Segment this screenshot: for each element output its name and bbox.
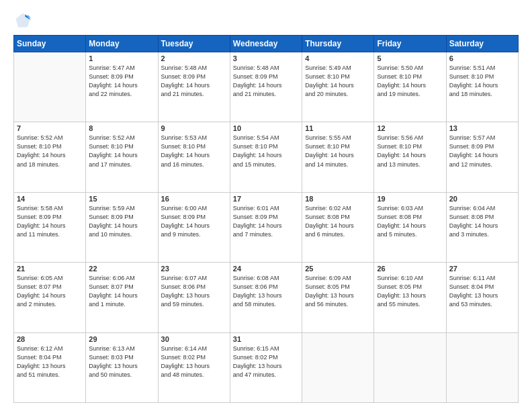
day-cell: 28Sunrise: 6:12 AM Sunset: 8:04 PM Dayli… xyxy=(14,332,86,402)
day-header-monday: Monday xyxy=(86,36,158,52)
day-number: 16 xyxy=(161,195,227,203)
day-number: 28 xyxy=(17,335,83,343)
day-cell: 23Sunrise: 6:07 AM Sunset: 8:06 PM Dayli… xyxy=(158,263,230,332)
day-info: Sunrise: 5:56 AM Sunset: 8:10 PM Dayligh… xyxy=(377,134,443,169)
day-number: 1 xyxy=(89,54,154,62)
day-info: Sunrise: 5:54 AM Sunset: 8:10 PM Dayligh… xyxy=(233,134,299,169)
day-info: Sunrise: 6:00 AM Sunset: 8:09 PM Dayligh… xyxy=(161,204,227,239)
day-header-friday: Friday xyxy=(374,36,446,52)
day-info: Sunrise: 5:52 AM Sunset: 8:10 PM Dayligh… xyxy=(17,134,83,169)
day-info: Sunrise: 6:13 AM Sunset: 8:03 PM Dayligh… xyxy=(89,345,154,379)
day-info: Sunrise: 5:50 AM Sunset: 8:10 PM Dayligh… xyxy=(377,64,443,99)
day-number: 9 xyxy=(161,124,227,132)
day-number: 20 xyxy=(449,195,515,203)
day-info: Sunrise: 6:05 AM Sunset: 8:07 PM Dayligh… xyxy=(17,274,83,309)
day-cell: 20Sunrise: 6:04 AM Sunset: 8:08 PM Dayli… xyxy=(446,192,518,262)
day-info: Sunrise: 6:15 AM Sunset: 8:02 PM Dayligh… xyxy=(233,345,299,379)
day-info: Sunrise: 5:55 AM Sunset: 8:10 PM Dayligh… xyxy=(305,134,371,169)
day-header-wednesday: Wednesday xyxy=(230,36,302,52)
day-cell: 13Sunrise: 5:57 AM Sunset: 8:09 PM Dayli… xyxy=(446,122,518,192)
day-number: 12 xyxy=(377,124,443,132)
day-info: Sunrise: 6:03 AM Sunset: 8:08 PM Dayligh… xyxy=(377,204,443,239)
week-row-0: 1Sunrise: 5:47 AM Sunset: 8:09 PM Daylig… xyxy=(14,52,519,122)
day-info: Sunrise: 5:48 AM Sunset: 8:09 PM Dayligh… xyxy=(161,64,227,99)
day-info: Sunrise: 6:08 AM Sunset: 8:06 PM Dayligh… xyxy=(233,274,299,309)
week-row-2: 14Sunrise: 5:58 AM Sunset: 8:09 PM Dayli… xyxy=(14,192,519,262)
day-cell: 18Sunrise: 6:02 AM Sunset: 8:08 PM Dayli… xyxy=(302,192,374,262)
page: SundayMondayTuesdayWednesdayThursdayFrid… xyxy=(0,0,532,411)
day-cell: 16Sunrise: 6:00 AM Sunset: 8:09 PM Dayli… xyxy=(158,192,230,262)
day-info: Sunrise: 6:09 AM Sunset: 8:05 PM Dayligh… xyxy=(305,274,371,309)
day-number: 30 xyxy=(161,335,227,343)
header xyxy=(13,11,519,30)
day-info: Sunrise: 5:57 AM Sunset: 8:09 PM Dayligh… xyxy=(449,134,515,169)
day-number: 18 xyxy=(305,195,371,203)
day-info: Sunrise: 6:10 AM Sunset: 8:05 PM Dayligh… xyxy=(377,274,443,309)
day-number: 11 xyxy=(305,124,371,132)
day-number: 13 xyxy=(449,124,515,132)
day-number: 7 xyxy=(17,124,83,132)
day-number: 19 xyxy=(377,195,443,203)
day-cell: 19Sunrise: 6:03 AM Sunset: 8:08 PM Dayli… xyxy=(374,192,446,262)
day-info: Sunrise: 6:06 AM Sunset: 8:07 PM Dayligh… xyxy=(89,274,154,309)
day-info: Sunrise: 5:53 AM Sunset: 8:10 PM Dayligh… xyxy=(161,134,227,169)
day-cell: 6Sunrise: 5:51 AM Sunset: 8:10 PM Daylig… xyxy=(446,52,518,122)
day-cell xyxy=(14,52,86,122)
day-number: 5 xyxy=(377,54,443,62)
day-cell: 26Sunrise: 6:10 AM Sunset: 8:05 PM Dayli… xyxy=(374,263,446,332)
day-number: 27 xyxy=(449,265,515,273)
day-info: Sunrise: 5:47 AM Sunset: 8:09 PM Dayligh… xyxy=(89,64,154,99)
week-row-3: 21Sunrise: 6:05 AM Sunset: 8:07 PM Dayli… xyxy=(14,263,519,332)
calendar: SundayMondayTuesdayWednesdayThursdayFrid… xyxy=(13,35,519,403)
day-cell: 3Sunrise: 5:48 AM Sunset: 8:09 PM Daylig… xyxy=(230,52,302,122)
day-number: 21 xyxy=(17,265,83,273)
day-info: Sunrise: 6:02 AM Sunset: 8:08 PM Dayligh… xyxy=(305,204,371,239)
day-info: Sunrise: 6:07 AM Sunset: 8:06 PM Dayligh… xyxy=(161,274,227,309)
day-number: 6 xyxy=(449,54,515,62)
day-info: Sunrise: 6:01 AM Sunset: 8:09 PM Dayligh… xyxy=(233,204,299,239)
day-cell xyxy=(446,332,518,402)
logo-icon xyxy=(13,11,32,30)
day-number: 4 xyxy=(305,54,371,62)
day-cell: 10Sunrise: 5:54 AM Sunset: 8:10 PM Dayli… xyxy=(230,122,302,192)
day-number: 15 xyxy=(89,195,154,203)
day-number: 2 xyxy=(161,54,227,62)
day-cell: 9Sunrise: 5:53 AM Sunset: 8:10 PM Daylig… xyxy=(158,122,230,192)
day-info: Sunrise: 6:12 AM Sunset: 8:04 PM Dayligh… xyxy=(17,345,83,379)
day-number: 8 xyxy=(89,124,154,132)
day-cell: 25Sunrise: 6:09 AM Sunset: 8:05 PM Dayli… xyxy=(302,263,374,332)
day-number: 14 xyxy=(17,195,83,203)
day-cell: 7Sunrise: 5:52 AM Sunset: 8:10 PM Daylig… xyxy=(14,122,86,192)
day-cell: 4Sunrise: 5:49 AM Sunset: 8:10 PM Daylig… xyxy=(302,52,374,122)
week-row-4: 28Sunrise: 6:12 AM Sunset: 8:04 PM Dayli… xyxy=(14,332,519,402)
day-info: Sunrise: 6:04 AM Sunset: 8:08 PM Dayligh… xyxy=(449,204,515,239)
day-header-saturday: Saturday xyxy=(446,36,518,52)
day-info: Sunrise: 5:51 AM Sunset: 8:10 PM Dayligh… xyxy=(449,64,515,99)
day-number: 29 xyxy=(89,335,154,343)
day-info: Sunrise: 6:11 AM Sunset: 8:04 PM Dayligh… xyxy=(449,274,515,309)
day-info: Sunrise: 5:49 AM Sunset: 8:10 PM Dayligh… xyxy=(305,64,371,99)
day-info: Sunrise: 5:58 AM Sunset: 8:09 PM Dayligh… xyxy=(17,204,83,239)
day-cell: 15Sunrise: 5:59 AM Sunset: 8:09 PM Dayli… xyxy=(86,192,158,262)
header-row: SundayMondayTuesdayWednesdayThursdayFrid… xyxy=(14,36,519,52)
day-number: 31 xyxy=(233,335,299,343)
day-cell: 27Sunrise: 6:11 AM Sunset: 8:04 PM Dayli… xyxy=(446,263,518,332)
week-row-1: 7Sunrise: 5:52 AM Sunset: 8:10 PM Daylig… xyxy=(14,122,519,192)
day-number: 24 xyxy=(233,265,299,273)
day-number: 22 xyxy=(89,265,154,273)
svg-marker-0 xyxy=(16,13,30,28)
day-cell: 29Sunrise: 6:13 AM Sunset: 8:03 PM Dayli… xyxy=(86,332,158,402)
day-info: Sunrise: 5:52 AM Sunset: 8:10 PM Dayligh… xyxy=(89,134,154,169)
day-cell: 31Sunrise: 6:15 AM Sunset: 8:02 PM Dayli… xyxy=(230,332,302,402)
day-cell: 8Sunrise: 5:52 AM Sunset: 8:10 PM Daylig… xyxy=(86,122,158,192)
day-cell: 24Sunrise: 6:08 AM Sunset: 8:06 PM Dayli… xyxy=(230,263,302,332)
day-cell: 5Sunrise: 5:50 AM Sunset: 8:10 PM Daylig… xyxy=(374,52,446,122)
day-number: 26 xyxy=(377,265,443,273)
day-number: 17 xyxy=(233,195,299,203)
day-cell: 2Sunrise: 5:48 AM Sunset: 8:09 PM Daylig… xyxy=(158,52,230,122)
day-cell xyxy=(374,332,446,402)
day-cell: 21Sunrise: 6:05 AM Sunset: 8:07 PM Dayli… xyxy=(14,263,86,332)
day-cell xyxy=(302,332,374,402)
day-number: 23 xyxy=(161,265,227,273)
day-number: 10 xyxy=(233,124,299,132)
